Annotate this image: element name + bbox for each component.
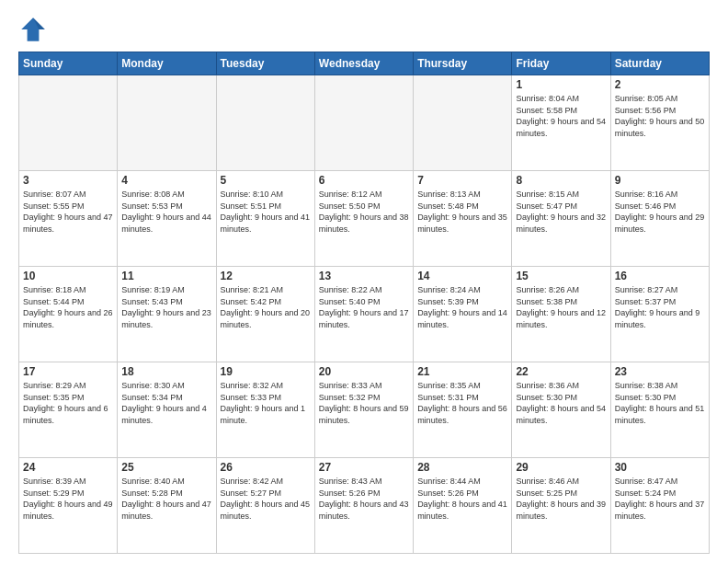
day-number: 7 <box>417 174 507 187</box>
day-number: 20 <box>319 365 409 378</box>
day-info: Sunrise: 8:22 AM Sunset: 5:40 PM Dayligh… <box>319 284 409 330</box>
day-info: Sunrise: 8:32 AM Sunset: 5:33 PM Dayligh… <box>221 380 311 426</box>
day-cell: 8Sunrise: 8:15 AM Sunset: 5:47 PM Daylig… <box>512 171 610 267</box>
day-info: Sunrise: 8:36 AM Sunset: 5:30 PM Dayligh… <box>516 380 606 426</box>
day-number: 21 <box>417 365 507 378</box>
weekday-header-monday: Monday <box>118 52 216 75</box>
day-cell: 27Sunrise: 8:43 AM Sunset: 5:26 PM Dayli… <box>314 458 413 554</box>
page: SundayMondayTuesdayWednesdayThursdayFrid… <box>0 0 728 563</box>
day-number: 24 <box>23 461 113 474</box>
day-info: Sunrise: 8:38 AM Sunset: 5:30 PM Dayligh… <box>615 380 705 426</box>
day-cell: 28Sunrise: 8:44 AM Sunset: 5:26 PM Dayli… <box>414 458 512 554</box>
day-cell: 24Sunrise: 8:39 AM Sunset: 5:29 PM Dayli… <box>19 458 118 554</box>
day-cell: 3Sunrise: 8:07 AM Sunset: 5:55 PM Daylig… <box>19 171 118 267</box>
day-number: 10 <box>23 270 113 282</box>
day-number: 15 <box>516 270 606 282</box>
day-cell: 12Sunrise: 8:21 AM Sunset: 5:42 PM Dayli… <box>216 267 314 362</box>
day-cell: 10Sunrise: 8:18 AM Sunset: 5:44 PM Dayli… <box>19 267 118 362</box>
day-cell <box>414 75 512 171</box>
day-number: 19 <box>221 365 311 378</box>
day-cell: 16Sunrise: 8:27 AM Sunset: 5:37 PM Dayli… <box>610 267 709 362</box>
day-info: Sunrise: 8:12 AM Sunset: 5:50 PM Dayligh… <box>319 189 409 235</box>
day-cell: 21Sunrise: 8:35 AM Sunset: 5:31 PM Dayli… <box>414 362 512 458</box>
day-number: 23 <box>615 365 705 378</box>
day-number: 25 <box>121 461 211 474</box>
day-info: Sunrise: 8:30 AM Sunset: 5:34 PM Dayligh… <box>121 380 211 426</box>
day-cell: 29Sunrise: 8:46 AM Sunset: 5:25 PM Dayli… <box>512 458 610 554</box>
week-row-4: 24Sunrise: 8:39 AM Sunset: 5:29 PM Dayli… <box>19 458 710 554</box>
week-row-1: 3Sunrise: 8:07 AM Sunset: 5:55 PM Daylig… <box>19 171 710 267</box>
weekday-header-wednesday: Wednesday <box>314 52 413 75</box>
day-cell: 15Sunrise: 8:26 AM Sunset: 5:38 PM Dayli… <box>512 267 610 362</box>
day-number: 16 <box>615 270 705 282</box>
day-number: 22 <box>516 365 606 378</box>
day-info: Sunrise: 8:15 AM Sunset: 5:47 PM Dayligh… <box>516 189 606 235</box>
day-info: Sunrise: 8:44 AM Sunset: 5:26 PM Dayligh… <box>417 476 507 522</box>
day-cell: 13Sunrise: 8:22 AM Sunset: 5:40 PM Dayli… <box>314 267 413 362</box>
logo-icon <box>18 15 48 44</box>
day-number: 18 <box>121 365 211 378</box>
day-cell <box>118 75 216 171</box>
day-number: 11 <box>121 270 211 282</box>
day-info: Sunrise: 8:10 AM Sunset: 5:51 PM Dayligh… <box>221 189 311 235</box>
day-cell: 20Sunrise: 8:33 AM Sunset: 5:32 PM Dayli… <box>314 362 413 458</box>
day-number: 6 <box>319 174 409 187</box>
day-cell: 19Sunrise: 8:32 AM Sunset: 5:33 PM Dayli… <box>216 362 314 458</box>
day-info: Sunrise: 8:29 AM Sunset: 5:35 PM Dayligh… <box>23 380 113 426</box>
day-info: Sunrise: 8:39 AM Sunset: 5:29 PM Dayligh… <box>23 476 113 522</box>
weekday-header-sunday: Sunday <box>19 52 118 75</box>
day-number: 27 <box>319 461 409 474</box>
day-number: 30 <box>615 461 705 474</box>
day-number: 2 <box>615 78 705 91</box>
day-cell: 14Sunrise: 8:24 AM Sunset: 5:39 PM Dayli… <box>414 267 512 362</box>
day-info: Sunrise: 8:35 AM Sunset: 5:31 PM Dayligh… <box>417 380 507 426</box>
day-info: Sunrise: 8:07 AM Sunset: 5:55 PM Dayligh… <box>23 189 113 235</box>
day-number: 12 <box>221 270 311 282</box>
day-cell: 11Sunrise: 8:19 AM Sunset: 5:43 PM Dayli… <box>118 267 216 362</box>
day-cell: 1Sunrise: 8:04 AM Sunset: 5:58 PM Daylig… <box>512 75 610 171</box>
day-info: Sunrise: 8:19 AM Sunset: 5:43 PM Dayligh… <box>121 284 211 330</box>
day-cell: 18Sunrise: 8:30 AM Sunset: 5:34 PM Dayli… <box>118 362 216 458</box>
day-info: Sunrise: 8:13 AM Sunset: 5:48 PM Dayligh… <box>417 189 507 235</box>
day-cell <box>216 75 314 171</box>
weekday-header-row: SundayMondayTuesdayWednesdayThursdayFrid… <box>19 52 710 75</box>
day-info: Sunrise: 8:43 AM Sunset: 5:26 PM Dayligh… <box>319 476 409 522</box>
week-row-2: 10Sunrise: 8:18 AM Sunset: 5:44 PM Dayli… <box>19 267 710 362</box>
day-cell: 9Sunrise: 8:16 AM Sunset: 5:46 PM Daylig… <box>610 171 709 267</box>
day-info: Sunrise: 8:42 AM Sunset: 5:27 PM Dayligh… <box>221 476 311 522</box>
day-info: Sunrise: 8:27 AM Sunset: 5:37 PM Dayligh… <box>615 284 705 330</box>
day-cell: 5Sunrise: 8:10 AM Sunset: 5:51 PM Daylig… <box>216 171 314 267</box>
weekday-header-friday: Friday <box>512 52 610 75</box>
day-info: Sunrise: 8:08 AM Sunset: 5:53 PM Dayligh… <box>121 189 211 235</box>
day-number: 13 <box>319 270 409 282</box>
day-cell: 30Sunrise: 8:47 AM Sunset: 5:24 PM Dayli… <box>610 458 709 554</box>
day-cell: 2Sunrise: 8:05 AM Sunset: 5:56 PM Daylig… <box>610 75 709 171</box>
day-info: Sunrise: 8:47 AM Sunset: 5:24 PM Dayligh… <box>615 476 705 522</box>
day-cell: 6Sunrise: 8:12 AM Sunset: 5:50 PM Daylig… <box>314 171 413 267</box>
day-cell <box>19 75 118 171</box>
day-cell: 4Sunrise: 8:08 AM Sunset: 5:53 PM Daylig… <box>118 171 216 267</box>
day-number: 29 <box>516 461 606 474</box>
weekday-header-thursday: Thursday <box>414 52 512 75</box>
day-number: 14 <box>417 270 507 282</box>
day-info: Sunrise: 8:26 AM Sunset: 5:38 PM Dayligh… <box>516 284 606 330</box>
day-info: Sunrise: 8:05 AM Sunset: 5:56 PM Dayligh… <box>615 93 705 139</box>
day-number: 26 <box>221 461 311 474</box>
day-info: Sunrise: 8:40 AM Sunset: 5:28 PM Dayligh… <box>121 476 211 522</box>
weekday-header-saturday: Saturday <box>610 52 709 75</box>
logo <box>18 15 51 44</box>
day-cell: 23Sunrise: 8:38 AM Sunset: 5:30 PM Dayli… <box>610 362 709 458</box>
day-cell: 22Sunrise: 8:36 AM Sunset: 5:30 PM Dayli… <box>512 362 610 458</box>
header <box>18 15 710 44</box>
day-number: 9 <box>615 174 705 187</box>
day-number: 8 <box>516 174 606 187</box>
week-row-3: 17Sunrise: 8:29 AM Sunset: 5:35 PM Dayli… <box>19 362 710 458</box>
day-number: 17 <box>23 365 113 378</box>
day-info: Sunrise: 8:04 AM Sunset: 5:58 PM Dayligh… <box>516 93 606 139</box>
day-number: 1 <box>516 78 606 91</box>
calendar: SundayMondayTuesdayWednesdayThursdayFrid… <box>18 52 710 554</box>
day-info: Sunrise: 8:46 AM Sunset: 5:25 PM Dayligh… <box>516 476 606 522</box>
day-info: Sunrise: 8:33 AM Sunset: 5:32 PM Dayligh… <box>319 380 409 426</box>
day-cell: 25Sunrise: 8:40 AM Sunset: 5:28 PM Dayli… <box>118 458 216 554</box>
weekday-header-tuesday: Tuesday <box>216 52 314 75</box>
